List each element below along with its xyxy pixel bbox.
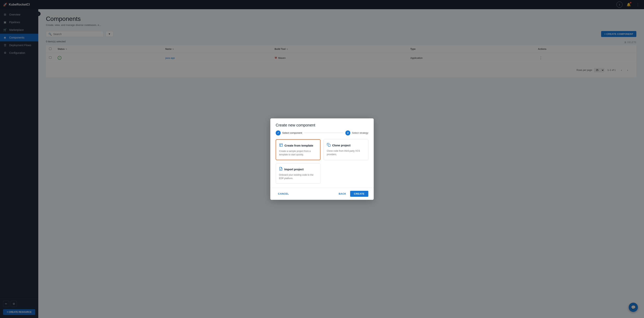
step-2-circle: 2: [345, 130, 350, 135]
cancel-label: CANCEL: [278, 192, 289, 195]
modal-overlay[interactable]: Create new component ✓ Select component …: [0, 0, 644, 318]
template-icon: [279, 143, 283, 148]
modal-options: Create from template Create a sample pro…: [270, 139, 374, 188]
option-desc-create-from-template: Create a sample project from a template …: [279, 149, 317, 156]
import-icon: [279, 167, 283, 172]
step-1: ✓ Select component: [276, 130, 302, 135]
option-create-from-template[interactable]: Create from template Create a sample pro…: [276, 139, 320, 160]
cancel-button[interactable]: CANCEL: [276, 191, 291, 197]
create-button[interactable]: CREATE: [350, 191, 368, 197]
option-title-create-from-template: Create from template: [279, 143, 317, 148]
option-desc-import-project: Onboard your existing code to the EDP pl…: [279, 173, 317, 180]
option-desc-clone-project: Clone code from third-party VCS provider…: [327, 149, 365, 156]
step-2: 2 Select strategy: [345, 130, 368, 135]
modal-stepper: ✓ Select component 2 Select strategy: [270, 130, 374, 139]
step-1-circle: ✓: [276, 130, 281, 135]
option-clone-project[interactable]: Clone project Clone code from third-part…: [324, 139, 368, 160]
clone-icon: [327, 143, 330, 148]
step-2-label: Select strategy: [352, 131, 368, 134]
create-component-modal: Create new component ✓ Select component …: [270, 118, 374, 200]
back-label: BACK: [339, 192, 346, 195]
step-2-number: 2: [347, 131, 348, 134]
modal-footer: CANCEL BACK CREATE: [270, 188, 374, 200]
option-title-import-project: Import project: [279, 167, 317, 172]
option-title-clone-project: Clone project: [327, 143, 365, 148]
modal-title: Create new component: [270, 118, 374, 130]
checkmark-icon: ✓: [277, 131, 279, 134]
option-import-project[interactable]: Import project Onboard your existing cod…: [276, 163, 320, 184]
back-button[interactable]: BACK: [336, 191, 348, 197]
svg-rect-3: [328, 144, 330, 146]
step-1-label: Select component: [282, 131, 302, 134]
create-label: CREATE: [354, 192, 364, 195]
svg-rect-0: [280, 143, 282, 146]
